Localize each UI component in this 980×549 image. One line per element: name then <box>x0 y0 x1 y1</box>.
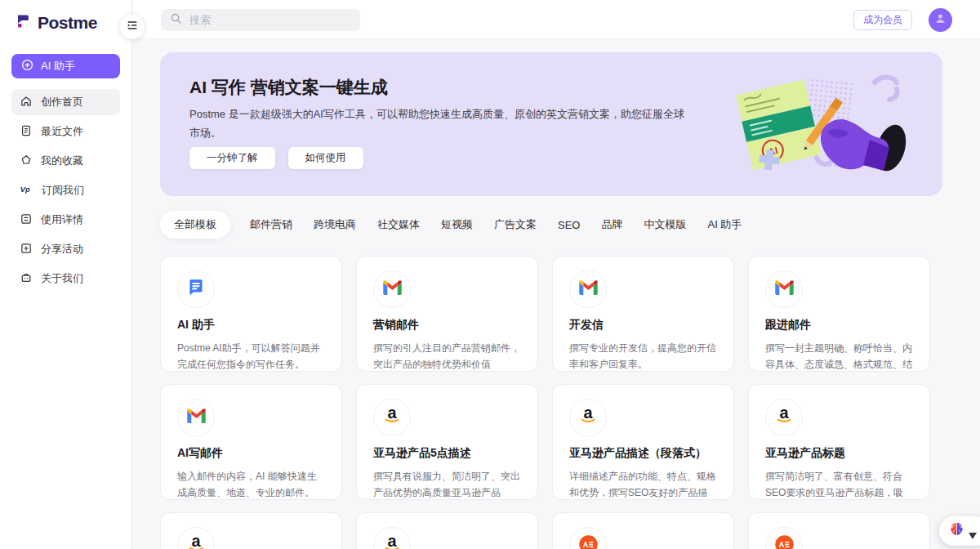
plus-circle-icon <box>21 59 33 74</box>
sidebar-ai-assistant-label: AI 助手 <box>41 59 75 74</box>
svg-text:a: a <box>387 533 397 549</box>
template-card-title: 亚马逊产品标题 <box>765 446 913 461</box>
template-card-icon: a <box>177 527 215 549</box>
template-card-description: 撰写的引人注目的产品营销邮件，突出产品的独特优势和价值 <box>373 341 521 372</box>
template-card-description: 撰写专业的开发信，提高您的开信率和客户回复率。 <box>569 341 717 372</box>
tab-社交媒体[interactable]: 社交媒体 <box>376 211 421 239</box>
search-input[interactable]: 搜索 <box>161 9 360 31</box>
template-card[interactable]: a 亚马逊产品5点描述 撰写具有说服力、简洁明了、突出产品优势的高质量亚马逊产品… <box>356 384 538 500</box>
collapse-sidebar-icon <box>127 20 138 34</box>
template-card-title: 亚马逊产品描述（段落式） <box>569 446 717 461</box>
tab-AI 助手[interactable]: AI 助手 <box>706 211 743 239</box>
amazon-icon: a <box>577 404 599 431</box>
tab-跨境电商[interactable]: 跨境电商 <box>312 211 358 239</box>
tab-中文模版[interactable]: 中文模版 <box>642 211 688 239</box>
tab-邮件营销[interactable]: 邮件营销 <box>248 211 294 239</box>
sidebar-item-subscribe[interactable]: Vp 订阅我们 <box>11 177 120 203</box>
template-card-icon <box>177 399 215 436</box>
template-card[interactable]: 开发信 撰写专业的开发信，提高您的开信率和客户回复率。 <box>552 256 734 372</box>
sidebar-item-label: 最近文件 <box>41 124 83 139</box>
template-card[interactable]: 跟进邮件 撰写一封主题明确、称呼恰当、内容具体、态度诚恳、格式规范、结尾礼貌的跟… <box>748 256 930 372</box>
share-activity-icon <box>20 242 33 257</box>
template-card[interactable]: AI 助手 Postme AI助手，可以解答问题并完成任何您指令的写作任务。 <box>160 256 342 372</box>
template-card-icon <box>569 527 607 549</box>
sidebar-item-label: 分享活动 <box>41 242 83 257</box>
usage-details-icon <box>20 212 33 228</box>
template-card-icon <box>765 527 803 549</box>
hero-description: Postme 是一款超级强大的AI写作工具，可以帮助您快速生成高质量、原创的英文… <box>189 105 692 143</box>
template-card[interactable]: AI写邮件 输入邮件的内容，AI 能够快速生成高质量、地道、专业的邮件。 <box>160 384 342 500</box>
tab-广告文案[interactable]: 广告文案 <box>492 211 538 239</box>
template-card[interactable] <box>552 512 734 549</box>
template-card-title: 营销邮件 <box>373 318 521 333</box>
sidebar-item-recent-files[interactable]: 最近文件 <box>11 118 120 145</box>
search-placeholder: 搜索 <box>189 13 211 28</box>
sidebar-item-favorites[interactable]: 我的收藏 <box>11 148 120 174</box>
logo-text: Postme <box>38 13 97 33</box>
aliexpress-icon <box>577 533 599 549</box>
template-card-icon: a <box>765 399 803 436</box>
template-card-description: 撰写具有说服力、简洁明了、突出产品优势的高质量亚马逊产品 Bullet Poin… <box>373 469 521 500</box>
main-area: AI 写作 营销文案一键生成 Postme 是一款超级强大的AI写作工具，可以帮… <box>133 39 980 549</box>
template-card[interactable]: a 亚马逊产品描述（段落式） 详细描述产品的功能、特点、规格和优势，撰写SEO友… <box>552 384 734 500</box>
template-card[interactable]: a 亚马逊产品标题 撰写简洁明了、富有创意、符合SEO要求的亚马逊产品标题，吸引… <box>748 384 930 500</box>
vip-icon: Vp <box>20 183 33 198</box>
hero-title: AI 写作 营销文案一键生成 <box>189 76 388 99</box>
amazon-icon: a <box>773 404 795 431</box>
ai-assistant-fab[interactable] <box>939 516 980 546</box>
logo-icon <box>14 12 32 33</box>
template-card-title: AI 助手 <box>177 318 325 333</box>
top-bar: 搜索 成为会员 <box>133 0 980 39</box>
ai-doc-icon <box>185 277 207 301</box>
svg-text:a: a <box>779 404 789 422</box>
template-card[interactable]: 营销邮件 撰写的引人注目的产品营销邮件，突出产品的独特优势和价值 <box>356 256 538 372</box>
become-member-button[interactable]: 成为会员 <box>853 10 912 30</box>
favorites-icon <box>20 154 33 169</box>
sidebar-item-label: 订阅我们 <box>42 183 84 198</box>
tab-SEO[interactable]: SEO <box>556 212 581 238</box>
template-card-icon <box>373 270 411 308</box>
hero-banner: AI 写作 营销文案一键生成 Postme 是一款超级强大的AI写作工具，可以帮… <box>160 52 942 196</box>
template-card[interactable] <box>748 512 930 549</box>
svg-text:a: a <box>191 533 201 549</box>
aliexpress-icon <box>773 533 795 549</box>
hero-illustration: AI <box>731 61 915 190</box>
amazon-icon: a <box>381 533 403 549</box>
one-minute-intro-button[interactable]: 一分钟了解 <box>189 147 275 169</box>
template-card-icon <box>765 270 803 308</box>
sidebar-collapse-button[interactable] <box>120 15 145 39</box>
svg-text:a: a <box>583 404 593 422</box>
template-card[interactable]: a <box>160 512 342 549</box>
amazon-icon: a <box>185 533 207 549</box>
template-card-icon: a <box>373 527 411 549</box>
template-card-description: Postme AI助手，可以解答问题并完成任何您指令的写作任务。 <box>177 341 325 372</box>
user-avatar[interactable] <box>929 8 952 32</box>
sidebar-item-usage-details[interactable]: 使用详情 <box>11 207 120 233</box>
gmail-icon <box>577 277 599 302</box>
tab-全部模板[interactable]: 全部模板 <box>160 211 230 239</box>
how-to-use-button[interactable]: 如何使用 <box>288 147 363 169</box>
template-grid: AI 助手 Postme AI助手，可以解答问题并完成任何您指令的写作任务。 营… <box>160 256 942 549</box>
template-card-description: 输入邮件的内容，AI 能够快速生成高质量、地道、专业的邮件。 <box>177 469 325 500</box>
search-icon <box>170 12 182 28</box>
sidebar-item-label: 创作首页 <box>41 95 83 109</box>
template-card-icon <box>177 270 215 308</box>
recent-files-icon <box>20 124 33 140</box>
template-card-icon: a <box>569 399 607 436</box>
svg-text:a: a <box>387 404 397 422</box>
template-card[interactable]: a <box>356 512 538 549</box>
tab-品牌[interactable]: 品牌 <box>599 211 624 239</box>
template-card-description: 撰写一封主题明确、称呼恰当、内容具体、态度诚恳、格式规范、结尾礼貌的跟进邮件 <box>765 341 913 372</box>
sidebar-ai-assistant-button[interactable]: AI 助手 <box>11 54 120 78</box>
sidebar-item-label: 关于我们 <box>41 271 83 286</box>
app-logo[interactable]: Postme <box>0 0 131 33</box>
gmail-icon <box>773 277 795 302</box>
template-card-title: AI写邮件 <box>177 446 325 461</box>
template-card-title: 开发信 <box>569 318 717 333</box>
sidebar-item-about[interactable]: 关于我们 <box>11 266 120 292</box>
tab-短视频[interactable]: 短视频 <box>439 211 474 239</box>
sidebar-item-home[interactable]: 创作首页 <box>11 89 120 115</box>
sidebar-item-share-activity[interactable]: 分享活动 <box>11 236 120 262</box>
template-card-description: 详细描述产品的功能、特点、规格和优势，撰写SEO友好的产品描述。 <box>569 469 717 500</box>
template-card-icon <box>569 270 607 308</box>
